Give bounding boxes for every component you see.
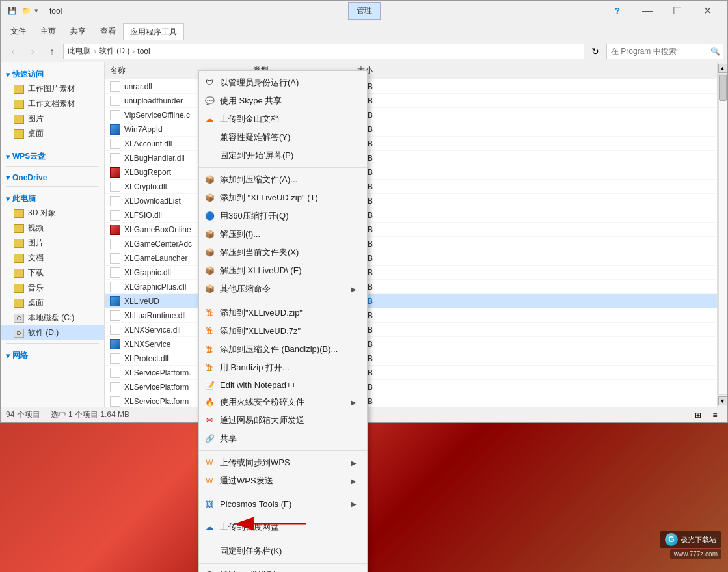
cm-qq-send[interactable]: 🐧 通过QQ发送到 ▶ [199,566,367,572]
sidebar-item-downloads[interactable]: 下载 [1,266,104,280]
cm-run-as-admin[interactable]: 🛡 以管理员身份运行(A) [199,74,367,92]
table-row[interactable]: XLGameLauncher 应用程序扩展 88 KB [105,251,717,266]
table-row[interactable]: Win7AppId 应用程序 99 KB [105,122,717,137]
sidebar-section-quick-access[interactable]: ▾ 快速访问 [1,65,104,81]
table-row[interactable]: XLGraphic.dll 应用程序扩展 731 KB [105,266,717,280]
sidebar-item-work-images[interactable]: 工作图片素材 [1,81,104,96]
tab-home[interactable]: 主页 [33,23,63,40]
table-row[interactable]: XLNXService.dll 应用程序扩展 148 KB [105,323,717,337]
table-row[interactable]: XLBugHandler.dll 应用程序扩展 174 KB [105,151,717,165]
cm-extract-to[interactable]: 📦 解压到(f)... [199,225,367,243]
table-row[interactable]: VipServiceOffline.c 应用程序扩展 298 KB [105,108,717,122]
cm-wps-upload[interactable]: W 上传或同步到WPS ▶ [199,454,367,472]
cm-bandizip-add-zip[interactable]: 🗜 添加到"XLLiveUD.zip" [199,304,367,322]
cm-pin-taskbar[interactable]: 固定到任务栏(K) [199,542,367,560]
cm-share[interactable]: 🔗 共享 [199,429,367,448]
search-input[interactable] [611,47,707,56]
cm-add-to-zip[interactable]: 📦 添加到 "XLLiveUD.zip" (T) [199,189,367,207]
scroll-thumb[interactable] [719,75,727,101]
cm-extract-here[interactable]: 📦 解压到当前文件夹(X) [199,243,367,262]
table-row[interactable]: XLAccount.dll 应用程序扩展 1,934 KB [105,137,717,151]
table-row[interactable]: XLProtect.dll 应用程序扩展 65 KB [105,351,717,366]
scroll-down-btn[interactable]: ▼ [718,396,727,405]
manage-tab-label[interactable]: 管理 [348,2,381,20]
cm-bandizip-add-7z[interactable]: 🗜 添加到"XLLiveUD.7z" [199,322,367,340]
sidebar-item-video[interactable]: 视频 [1,221,104,236]
cm-360-open[interactable]: 🔵 用360压缩打开(Q) [199,207,367,225]
tab-app-tools[interactable]: 应用程序工具 [123,23,184,40]
cm-extract-folder[interactable]: 📦 解压到 XLLiveUD\ (E) [199,262,367,280]
table-row[interactable]: XLServicePlatform XML 文档 2 KB [105,394,717,407]
cm-fire-shred[interactable]: 🔥 使用火绒安全粉碎文件 ▶ [199,393,367,411]
table-row[interactable]: XLLiveUD 应用程序 1,685 KB [105,294,717,308]
table-row[interactable]: XLFSIO.dll 应用程序扩展 210 KB [105,208,717,223]
table-row[interactable]: XLCrypto.dll 应用程序扩展 59 KB [105,180,717,194]
tab-view[interactable]: 查看 [93,23,123,40]
cm-wps-send[interactable]: W 通过WPS发送 ▶ [199,472,367,490]
sidebar-item-documents[interactable]: 文档 [1,251,104,266]
table-row[interactable]: XLServicePlatform XML 文档 94 KB [105,380,717,394]
tab-share[interactable]: 共享 [63,23,93,40]
file-icon [110,396,120,407]
sidebar-item-pictures2[interactable]: 图片 [1,236,104,251]
sidebar-item-desktop2[interactable]: 桌面 [1,295,104,310]
cm-notepad[interactable]: 📝 Edit with Notepad++ [199,377,367,393]
sidebar-section-network[interactable]: ▾ 网络 [1,346,104,362]
table-row[interactable]: XLBugReport 应用程序 259 KB [105,165,717,180]
sidebar-section-wps[interactable]: ▾ WPS云盘 [1,147,104,163]
table-row[interactable]: XLGameCenterAdc 应用程序扩展 37 KB [105,237,717,251]
sidebar-divider-2 [6,166,99,167]
help-btn[interactable]: ? [602,1,632,21]
cm-bandizip-open[interactable]: 🗜 用 Bandizip 打开... [199,359,367,377]
close-btn[interactable]: ✕ [692,1,722,21]
sidebar-item-3d[interactable]: 3D 对象 [1,206,104,221]
sidebar-item-work-docs[interactable]: 工作文档素材 [1,96,104,111]
cm-pin-start[interactable]: 固定到'开始'屏幕(P) [199,146,367,165]
watermark-url: www.777z.com [670,549,721,559]
sidebar-item-music[interactable]: 音乐 [1,280,104,295]
up-btn[interactable]: ↑ [44,43,61,60]
view-list-btn[interactable]: ≡ [708,408,722,422]
path-computer[interactable]: 此电脑 [68,46,91,57]
back-btn[interactable]: ‹ [5,43,21,60]
cm-netease-mail[interactable]: ✉ 通过网易邮箱大师发送 [199,411,367,429]
table-row[interactable]: XLDownloadList 图标 39 KB [105,194,717,208]
sidebar-section-thispc[interactable]: ▾ 此电脑 [1,189,104,206]
maximize-btn[interactable]: ☐ [662,1,692,21]
file-name: unrar.dll [124,82,152,91]
cm-upload-jinshan[interactable]: ☁ 上传到金山文档 [199,110,367,128]
cm-skype-share[interactable]: 💬 使用 Skype 共享 [199,92,367,110]
table-row[interactable]: unrar.dll 应用程序扩展 172 KB [105,79,717,94]
sidebar-item-desktop[interactable]: 桌面 [1,126,104,141]
table-row[interactable]: XLLuaRuntime.dll 应用程序扩展 250 KB [105,308,717,323]
tab-file[interactable]: 文件 [3,23,33,40]
table-row[interactable]: XLNXService 应用程序 37 KB [105,337,717,351]
sidebar-item-c-drive[interactable]: C 本地磁盘 (C:) [1,310,104,325]
forward-btn[interactable]: › [24,43,41,60]
cm-bandizip-archive[interactable]: 🗜 添加到压缩文件 (Bandizip)(B)... [199,340,367,359]
table-row[interactable]: XLGraphicPlus.dll 应用程序扩展 281 KB [105,280,717,294]
table-row[interactable]: unuploadthunder 标志 2 KB [105,94,717,108]
cm-compatibility[interactable]: 兼容性疑难解答(Y) [199,128,367,146]
file-list: 名称 类型 大小 unrar.dll 应用程序扩展 172 KB unuploa… [105,62,717,407]
quick-save-btn[interactable]: 💾 [6,5,19,18]
cm-add-to-archive[interactable]: 📦 添加到压缩文件(A)... [199,170,367,189]
table-row[interactable]: XLServicePlatform. 应用程序扩展 161 KB [105,366,717,380]
view-details-btn[interactable]: ⊞ [691,408,705,422]
table-row[interactable]: XLGameBoxOnline 应用程序扩展 970 KB [105,223,717,237]
sidebar-item-d-drive[interactable]: D 软件 (D:) [1,325,104,340]
file-name: XLProtect.dll [124,354,169,363]
file-icon [110,96,120,106]
sidebar-item-pictures[interactable]: 图片 [1,111,104,126]
address-path[interactable]: 此电脑 › 软件 (D:) › tool [63,44,584,59]
sidebar-section-onedrive[interactable]: ▾ OneDrive [1,169,104,184]
title-dropdown-arrow[interactable]: ▾ [34,7,38,15]
new-folder-btn[interactable]: 📁 [20,5,33,18]
path-drive[interactable]: 软件 (D:) [99,46,129,57]
refresh-btn[interactable]: ↻ [587,43,604,60]
cm-more-zip[interactable]: 📦 其他压缩命令 ▶ [199,280,367,298]
360-icon: 🔵 [204,211,215,221]
path-folder[interactable]: tool [137,47,150,56]
scroll-up-btn[interactable]: ▲ [718,64,727,73]
minimize-btn[interactable]: — [632,1,662,21]
